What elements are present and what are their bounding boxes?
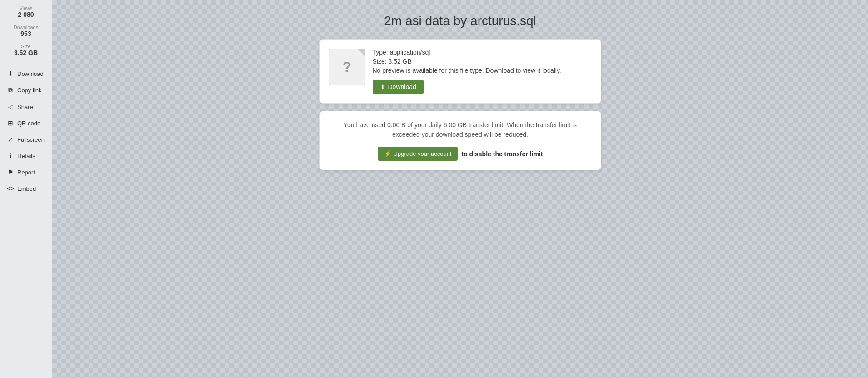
sidebar: Views 2 080 Downloads 953 Size 3.52 GB ⬇… — [0, 0, 52, 378]
main-content: 2m asi data by arcturus.sql ? Type: appl… — [52, 0, 868, 378]
sidebar-qr-code-button[interactable]: ⊞ QR code — [2, 116, 50, 130]
sidebar-embed-label: Embed — [17, 185, 36, 192]
download-icon: ⬇ — [6, 70, 15, 77]
sidebar-share-button[interactable]: ◁ Share — [2, 99, 50, 114]
views-stat: Views 2 080 — [0, 4, 52, 22]
sidebar-report-label: Report — [17, 169, 35, 176]
file-info-card: ? Type: application/sql Size: 3.52 GB No… — [319, 39, 601, 104]
views-value: 2 080 — [4, 11, 48, 18]
divider — [2, 63, 50, 63]
sidebar-copy-link-label: Copy link — [17, 87, 41, 94]
download-arrow-icon: ⬇ — [380, 83, 385, 90]
sidebar-share-label: Share — [17, 104, 33, 110]
qr-code-icon: ⊞ — [6, 119, 15, 127]
file-type-combined: Type: application/sql — [373, 49, 430, 56]
file-size-combined: Size: 3.52 GB — [373, 58, 412, 65]
sidebar-copy-link-button[interactable]: ⧉ Copy link — [2, 83, 50, 98]
views-label: Views — [4, 5, 48, 11]
upgrade-account-button[interactable]: ⚡ Upgrade your account — [378, 147, 458, 161]
size-value: 3.52 GB — [4, 49, 48, 56]
sidebar-details-button[interactable]: ℹ Details — [2, 149, 50, 163]
sidebar-download-button[interactable]: ⬇ Download — [2, 66, 50, 81]
no-preview-text: No preview is available for this file ty… — [373, 67, 592, 74]
sidebar-details-label: Details — [17, 153, 35, 159]
details-icon: ℹ — [6, 152, 15, 159]
size-label: Size — [4, 44, 48, 49]
downloads-value: 953 — [4, 30, 48, 37]
file-details: Type: application/sql Size: 3.52 GB No p… — [373, 49, 592, 94]
lightning-icon: ⚡ — [384, 150, 391, 157]
size-stat: Size 3.52 GB — [0, 42, 52, 60]
transfer-limit-card: You have used 0.00 B of your daily 6.00 … — [319, 111, 601, 170]
file-type-line: Type: application/sql — [373, 49, 592, 56]
copy-link-icon: ⧉ — [6, 86, 15, 94]
sidebar-fullscreen-label: Fullscreen — [17, 136, 45, 143]
file-size-line: Size: 3.52 GB — [373, 58, 592, 65]
upgrade-suffix-text: to disable the transfer limit — [461, 150, 543, 158]
sidebar-embed-button[interactable]: <> Embed — [2, 181, 50, 196]
sidebar-fullscreen-button[interactable]: ⤢ Fullscreen — [2, 132, 50, 147]
transfer-limit-text: You have used 0.00 B of your daily 6.00 … — [331, 120, 590, 139]
sidebar-report-button[interactable]: ⚑ Report — [2, 165, 50, 179]
upgrade-btn-label: Upgrade your account — [394, 150, 452, 157]
downloads-label: Downloads — [4, 25, 48, 30]
file-info-row: ? Type: application/sql Size: 3.52 GB No… — [329, 49, 592, 94]
file-icon-box: ? — [329, 49, 365, 85]
fullscreen-icon: ⤢ — [6, 136, 15, 143]
share-icon: ◁ — [6, 103, 15, 110]
sidebar-qr-code-label: QR code — [17, 120, 40, 127]
downloads-stat: Downloads 953 — [0, 23, 52, 41]
main-download-label: Download — [388, 83, 416, 90]
report-icon: ⚑ — [6, 169, 15, 176]
sidebar-download-label: Download — [17, 70, 44, 77]
file-unknown-icon: ? — [343, 59, 352, 75]
embed-icon: <> — [6, 185, 15, 192]
main-download-button[interactable]: ⬇ Download — [373, 80, 424, 94]
page-title: 2m asi data by arcturus.sql — [384, 14, 536, 28]
upgrade-row: ⚡ Upgrade your account to disable the tr… — [331, 147, 590, 161]
